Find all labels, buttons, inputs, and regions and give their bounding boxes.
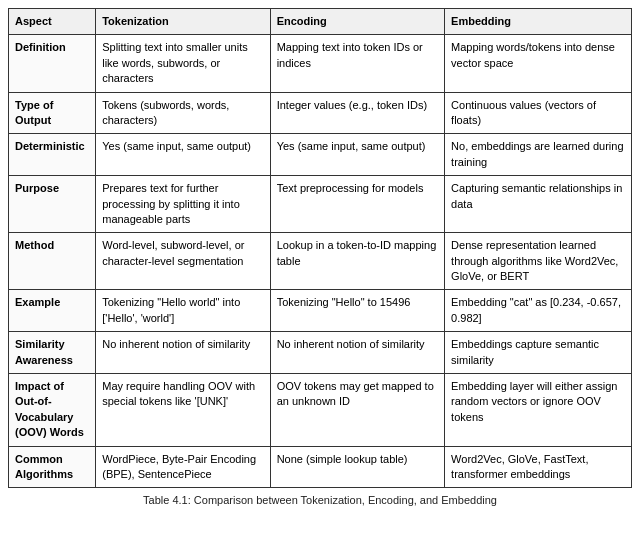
table-row: MethodWord-level, subword-level, or char… [9,233,632,290]
table-row: Impact of Out-of-Vocabulary (OOV) WordsM… [9,374,632,447]
table-row: ExampleTokenizing "Hello world" into ['H… [9,290,632,332]
cell-encoding: Yes (same input, same output) [270,134,444,176]
cell-aspect: Example [9,290,96,332]
table-caption: Table 4.1: Comparison between Tokenizati… [143,494,497,506]
cell-encoding: None (simple lookup table) [270,446,444,488]
header-tokenization: Tokenization [96,9,270,35]
header-encoding: Encoding [270,9,444,35]
table-row: DeterministicYes (same input, same outpu… [9,134,632,176]
header-embedding: Embedding [445,9,632,35]
cell-encoding: No inherent notion of similarity [270,332,444,374]
cell-encoding: OOV tokens may get mapped to an unknown … [270,374,444,447]
table-row: DefinitionSplitting text into smaller un… [9,35,632,92]
cell-tokenization: Prepares text for further processing by … [96,176,270,233]
cell-tokenization: Splitting text into smaller units like w… [96,35,270,92]
cell-embedding: No, embeddings are learned during traini… [445,134,632,176]
table-row: PurposePrepares text for further process… [9,176,632,233]
cell-aspect: Deterministic [9,134,96,176]
cell-aspect: Type of Output [9,92,96,134]
cell-tokenization: Yes (same input, same output) [96,134,270,176]
cell-embedding: Embedding layer will either assign rando… [445,374,632,447]
cell-embedding: Word2Vec, GloVe, FastText, transformer e… [445,446,632,488]
cell-tokenization: Tokenizing "Hello world" into ['Hello', … [96,290,270,332]
cell-encoding: Integer values (e.g., token IDs) [270,92,444,134]
cell-embedding: Embedding "cat" as [0.234, -0.657, 0.982… [445,290,632,332]
cell-encoding: Tokenizing "Hello" to 15496 [270,290,444,332]
cell-aspect: Similarity Awareness [9,332,96,374]
cell-embedding: Mapping words/tokens into dense vector s… [445,35,632,92]
table-row: Type of OutputTokens (subwords, words, c… [9,92,632,134]
cell-embedding: Continuous values (vectors of floats) [445,92,632,134]
cell-tokenization: Word-level, subword-level, or character-… [96,233,270,290]
header-aspect: Aspect [9,9,96,35]
cell-aspect: Definition [9,35,96,92]
cell-tokenization: Tokens (subwords, words, characters) [96,92,270,134]
cell-aspect: Method [9,233,96,290]
cell-tokenization: No inherent notion of similarity [96,332,270,374]
cell-aspect: Purpose [9,176,96,233]
table-row: Similarity AwarenessNo inherent notion o… [9,332,632,374]
cell-tokenization: WordPiece, Byte-Pair Encoding (BPE), Sen… [96,446,270,488]
cell-encoding: Lookup in a token-to-ID mapping table [270,233,444,290]
cell-aspect: Common Algorithms [9,446,96,488]
cell-encoding: Mapping text into token IDs or indices [270,35,444,92]
cell-aspect: Impact of Out-of-Vocabulary (OOV) Words [9,374,96,447]
cell-embedding: Dense representation learned through alg… [445,233,632,290]
cell-embedding: Embeddings capture semantic similarity [445,332,632,374]
cell-embedding: Capturing semantic relationships in data [445,176,632,233]
cell-encoding: Text preprocessing for models [270,176,444,233]
cell-tokenization: May require handling OOV with special to… [96,374,270,447]
comparison-table: Aspect Tokenization Encoding Embedding D… [8,8,632,488]
table-row: Common AlgorithmsWordPiece, Byte-Pair En… [9,446,632,488]
